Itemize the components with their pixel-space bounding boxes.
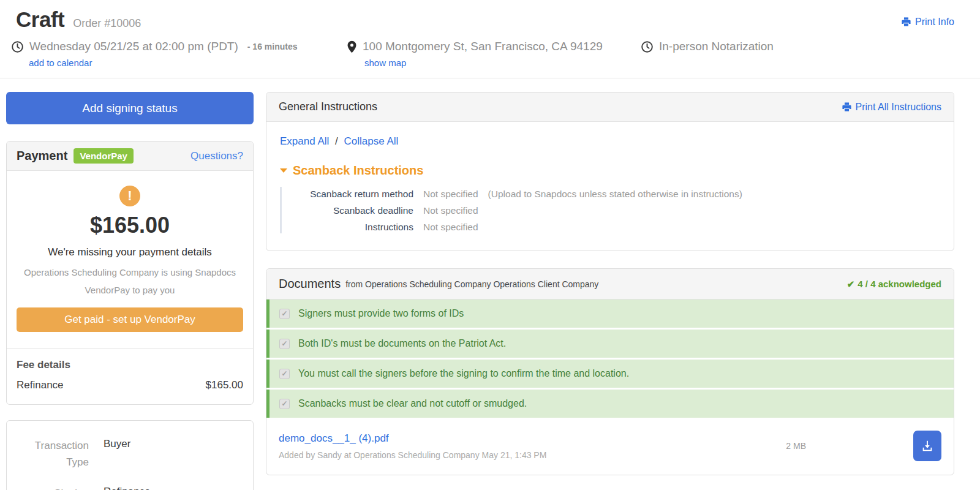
fee-value: $165.00	[206, 379, 243, 391]
download-icon	[921, 439, 934, 453]
scanback-row: Scanback return method Not specified (Up…	[282, 189, 940, 200]
get-paid-button[interactable]: Get paid - set up VendorPay	[17, 307, 243, 332]
fee-section: Fee details Refinance $165.00	[7, 348, 253, 404]
notarization-block: In-person Notarization	[641, 40, 774, 69]
instruction-text: Scanbacks must be clear and not cutoff o…	[298, 398, 527, 409]
file-name-link[interactable]: demo_docs__1_ (4).pdf	[279, 432, 546, 445]
scanback-row-label: Scanback return method	[282, 189, 413, 200]
signing-details-card: Transaction Type Buyer Signing Refinance	[6, 420, 254, 490]
payment-card-header: Payment VendorPay Questions?	[7, 141, 253, 171]
scanback-instructions-title: Scanback Instructions	[293, 164, 423, 178]
instruction-text: Signers must provide two forms of IDs	[298, 308, 464, 319]
detail-value: Buyer	[104, 437, 130, 470]
general-instructions-body: Expand All / Collapse All Scanback Instr…	[266, 122, 954, 251]
general-instructions-header: General Instructions Print All Instructi…	[266, 92, 954, 122]
payment-title: Payment	[17, 149, 67, 163]
scanback-row-value: Not specified	[423, 189, 478, 200]
instruction-text: You must call the signers before the sig…	[298, 368, 629, 379]
detail-row: Transaction Type Buyer	[17, 437, 243, 470]
scanback-row-note: (Upload to Snapdocs unless stated otherw…	[488, 189, 742, 200]
instruction-check-row: ✓ You must call the signers before the s…	[266, 360, 954, 388]
expand-collapse-row: Expand All / Collapse All	[280, 135, 940, 148]
scanback-row: Instructions Not specified	[282, 222, 940, 233]
title-row: Craft Order #10006 Print Info	[11, 7, 954, 32]
caret-down-icon	[280, 168, 287, 173]
checkbox-checked-icon[interactable]: ✓	[279, 399, 290, 409]
right-column: General Instructions Print All Instructi…	[266, 92, 954, 475]
scanback-row-value: Not specified	[423, 205, 478, 216]
detail-row: Signing Refinance	[17, 485, 243, 490]
payment-missing-text: We're missing your payment details	[17, 246, 243, 258]
documents-panel: Documents from Operations Scheduling Com…	[266, 268, 954, 475]
general-instructions-panel: General Instructions Print All Instructi…	[266, 92, 954, 251]
file-added-by: Added by Sandy at Operations Scheduling …	[279, 450, 546, 460]
print-info-label: Print Info	[915, 17, 954, 28]
payment-amount: $165.00	[17, 213, 243, 238]
payment-card: Payment VendorPay Questions? ! $165.00 W…	[6, 141, 254, 405]
left-column: Add signing status Payment VendorPay Que…	[6, 92, 254, 490]
signing-datetime: Wednesday 05/21/25 at 02:00 pm (PDT)	[29, 40, 238, 53]
clock-icon	[11, 40, 24, 53]
documents-header: Documents from Operations Scheduling Com…	[266, 269, 954, 300]
separator: /	[335, 135, 338, 147]
instruction-check-row: ✓ Both ID's must be documents on the Pat…	[266, 330, 954, 358]
order-number: Order #10006	[73, 17, 141, 30]
scanback-details: Scanback return method Not specified (Up…	[280, 187, 940, 233]
print-all-label: Print All Instructions	[856, 102, 942, 113]
print-all-instructions-link[interactable]: Print All Instructions	[842, 102, 942, 113]
add-to-calendar-link[interactable]: add to calendar	[29, 58, 92, 68]
documents-title: Documents	[279, 277, 341, 291]
detail-label: Transaction Type	[17, 437, 89, 470]
page-title: Craft	[16, 7, 64, 32]
exclamation-circle-icon: !	[119, 186, 140, 206]
general-instructions-title: General Instructions	[279, 100, 377, 113]
instruction-check-row: ✓ Scanbacks must be clear and not cutoff…	[266, 390, 954, 418]
checkbox-checked-icon[interactable]: ✓	[279, 309, 290, 319]
vendorpay-badge: VendorPay	[74, 148, 134, 164]
instruction-text: Both ID's must be documents on the Patri…	[298, 338, 506, 349]
notarization-type: In-person Notarization	[659, 40, 774, 53]
acknowledged-label: 4 / 4 acknowledged	[858, 279, 941, 289]
scanback-instructions-toggle[interactable]: Scanback Instructions	[280, 164, 940, 178]
printer-icon	[901, 17, 911, 27]
meta-row: Wednesday 05/21/25 at 02:00 pm (PDT) - 1…	[11, 40, 954, 69]
main-content: Add signing status Payment VendorPay Que…	[0, 78, 980, 490]
instruction-check-row: ✓ Signers must provide two forms of IDs	[266, 300, 954, 328]
download-button[interactable]	[913, 431, 941, 461]
header: Craft Order #10006 Print Info Wednesday …	[0, 0, 980, 78]
detail-value: Refinance	[104, 485, 151, 490]
checkbox-checked-icon[interactable]: ✓	[279, 339, 290, 349]
print-info-link[interactable]: Print Info	[901, 17, 954, 28]
documents-subtitle: from Operations Scheduling Company Opera…	[345, 279, 598, 289]
scanback-row-value: Not specified	[423, 222, 478, 233]
signing-address: 100 Montgomery St, San Francisco, CA 941…	[363, 40, 603, 53]
payment-subtext: Operations Scheduling Company is using S…	[17, 263, 243, 300]
document-file-row: demo_docs__1_ (4).pdf Added by Sandy at …	[266, 420, 954, 475]
show-map-link[interactable]: show map	[364, 58, 406, 68]
acknowledged-status: ✔ 4 / 4 acknowledged	[847, 279, 941, 290]
scanback-row-label: Scanback deadline	[282, 205, 413, 216]
scanback-row-label: Instructions	[282, 222, 413, 233]
map-pin-icon	[347, 40, 357, 53]
collapse-all-link[interactable]: Collapse All	[344, 135, 399, 147]
address-block: 100 Montgomery St, San Francisco, CA 941…	[347, 40, 641, 69]
add-signing-status-button[interactable]: Add signing status	[6, 92, 254, 124]
payment-body: ! $165.00 We're missing your payment det…	[7, 171, 253, 348]
checkbox-checked-icon[interactable]: ✓	[279, 369, 290, 379]
fee-details-title: Fee details	[17, 359, 243, 371]
fee-row: Refinance $165.00	[17, 379, 243, 391]
duration-offset: - 16 minutes	[247, 42, 298, 51]
file-size: 2 MB	[786, 441, 806, 451]
printer-icon	[842, 102, 852, 112]
scanback-row: Scanback deadline Not specified	[282, 205, 940, 216]
file-info: demo_docs__1_ (4).pdf Added by Sandy at …	[279, 432, 546, 460]
check-icon: ✔	[847, 279, 855, 290]
clock-icon	[641, 40, 654, 53]
detail-label: Signing	[17, 485, 89, 490]
expand-all-link[interactable]: Expand All	[280, 135, 329, 147]
fee-label: Refinance	[17, 379, 64, 391]
questions-link[interactable]: Questions?	[190, 150, 243, 162]
datetime-block: Wednesday 05/21/25 at 02:00 pm (PDT) - 1…	[11, 40, 347, 69]
